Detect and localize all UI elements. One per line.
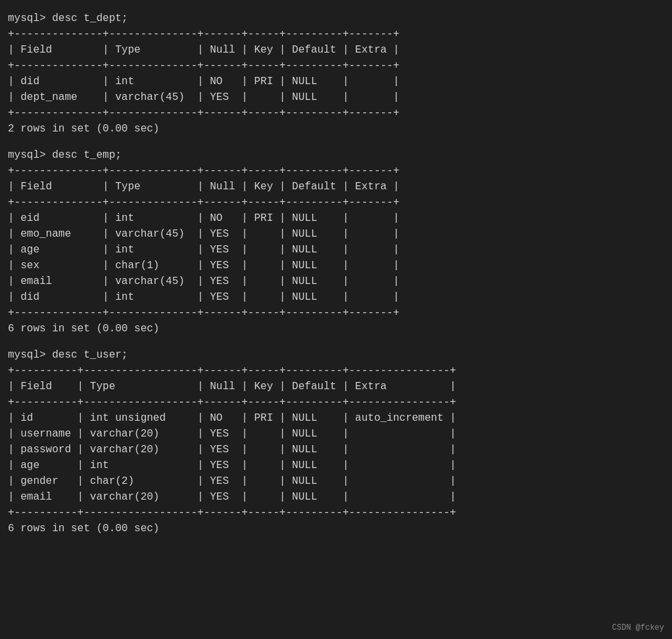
separator-top: +----------+------------------+------+--…: [8, 363, 664, 379]
row-count: 2 rows in set (0.00 sec): [8, 121, 664, 137]
table-row: | password | varchar(20) | YES | | NULL …: [8, 442, 664, 458]
watermark: CSDN @fckey: [612, 622, 664, 634]
row-count: 6 rows in set (0.00 sec): [8, 521, 664, 536]
table-row: | did | int | YES | | NULL | |: [8, 289, 664, 305]
mysql-block-1: mysql> desc t_emp;+--------------+------…: [8, 147, 664, 337]
table-row: | emo_name | varchar(45) | YES | | NULL …: [8, 226, 664, 242]
table-row: | gender | char(2) | YES | | NULL | |: [8, 473, 664, 489]
separator-mid: +--------------+--------------+------+--…: [8, 195, 664, 210]
table-row: | email | varchar(20) | YES | | NULL | |: [8, 489, 664, 505]
table-row: | sex | char(1) | YES | | NULL | |: [8, 258, 664, 273]
table-row: | eid | int | NO | PRI | NULL | |: [8, 210, 664, 226]
table-row: | email | varchar(45) | YES | | NULL | |: [8, 273, 664, 289]
prompt-line: mysql> desc t_user;: [8, 347, 664, 363]
table-row: | did | int | NO | PRI | NULL | |: [8, 74, 664, 89]
separator-mid: +----------+------------------+------+--…: [8, 394, 664, 410]
row-count: 6 rows in set (0.00 sec): [8, 321, 664, 337]
mysql-block-2: mysql> desc t_user;+----------+---------…: [8, 347, 664, 536]
separator-bot: +----------+------------------+------+--…: [8, 505, 664, 521]
mysql-block-0: mysql> desc t_dept;+--------------+-----…: [8, 11, 664, 137]
separator-bot: +--------------+--------------+------+--…: [8, 105, 664, 121]
prompt-line: mysql> desc t_emp;: [8, 147, 664, 163]
table-row: | id | int unsigned | NO | PRI | NULL | …: [8, 410, 664, 426]
separator-mid: +--------------+--------------+------+--…: [8, 58, 664, 74]
separator-top: +--------------+--------------+------+--…: [8, 163, 664, 179]
table-row: | dept_name | varchar(45) | YES | | NULL…: [8, 89, 664, 105]
separator-top: +--------------+--------------+------+--…: [8, 26, 664, 42]
table-header: | Field | Type | Null | Key | Default | …: [8, 42, 664, 58]
prompt-line: mysql> desc t_dept;: [8, 11, 664, 26]
table-row: | age | int | YES | | NULL | |: [8, 458, 664, 473]
table-row: | username | varchar(20) | YES | | NULL …: [8, 426, 664, 442]
table-header: | Field | Type | Null | Key | Default | …: [8, 379, 664, 394]
separator-bot: +--------------+--------------+------+--…: [8, 305, 664, 321]
table-row: | age | int | YES | | NULL | |: [8, 242, 664, 258]
terminal: mysql> desc t_dept;+--------------+-----…: [8, 11, 664, 536]
table-header: | Field | Type | Null | Key | Default | …: [8, 179, 664, 195]
